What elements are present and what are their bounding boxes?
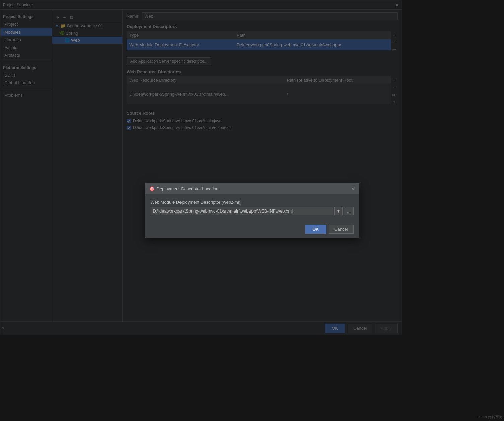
dialog-title-bar: 🎯 Deployment Descriptor Location ✕ (145, 183, 359, 194)
dialog-footer: OK Cancel (145, 221, 359, 238)
dialog: 🎯 Deployment Descriptor Location ✕ Web M… (145, 183, 359, 238)
dialog-close-button[interactable]: ✕ (351, 186, 355, 191)
dialog-ok-button[interactable]: OK (305, 225, 326, 234)
dialog-cancel-button[interactable]: Cancel (329, 225, 353, 234)
dialog-input-row: ▼ ... (151, 207, 354, 215)
dialog-field-label: Web Module Deployment Descriptor (web.xm… (151, 200, 354, 205)
dialog-icon: 🎯 (149, 186, 155, 191)
dialog-browse-button[interactable]: ... (344, 207, 353, 215)
dialog-title-text: Deployment Descriptor Location (157, 186, 219, 191)
dialog-dropdown-button[interactable]: ▼ (334, 207, 343, 215)
dialog-path-input[interactable] (151, 207, 333, 215)
dialog-body: Web Module Deployment Descriptor (web.xm… (145, 194, 359, 221)
dialog-overlay: 🎯 Deployment Descriptor Location ✕ Web M… (0, 0, 504, 421)
dialog-title: 🎯 Deployment Descriptor Location (149, 186, 219, 191)
